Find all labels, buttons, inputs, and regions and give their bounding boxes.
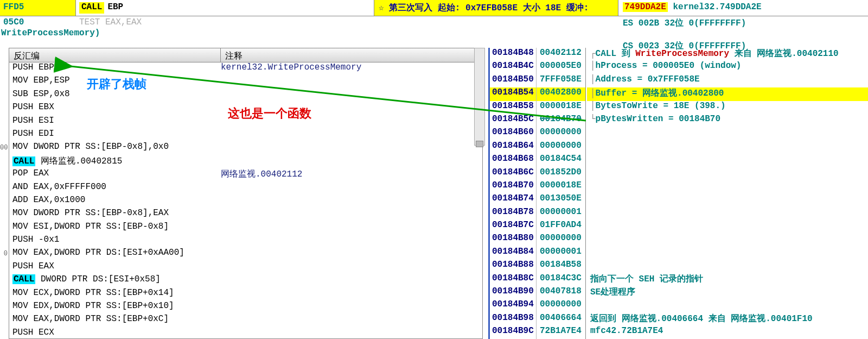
stack-row[interactable]: 00184B6C001852D0	[490, 167, 585, 180]
disasm-row[interactable]: PUSH ECX	[9, 328, 482, 338]
disasm-row[interactable]: PUSH EBPkernel32.WriteProcessMemory	[9, 62, 482, 76]
stack-address: 00184B6C	[490, 167, 537, 180]
param-row[interactable]	[587, 299, 868, 312]
param-row[interactable]: │BytesToWrite = 18E (398.)	[587, 101, 868, 114]
stack-row[interactable]: 00184B9000407818	[490, 286, 585, 299]
header-comment[interactable]: 注释	[221, 48, 482, 62]
param-row[interactable]	[587, 207, 868, 220]
disasm-instruction: PUSH EBX	[12, 102, 221, 115]
param-row[interactable]	[587, 167, 868, 180]
stack-row[interactable]: 00184B7800000001	[490, 207, 585, 220]
stack-value: 72B1A7E4	[537, 326, 585, 339]
disasm-row[interactable]: PUSH EAX	[9, 261, 482, 274]
stack-row[interactable]: 00184B8800184B58	[490, 260, 585, 273]
stack-value: 0000018E	[537, 180, 585, 193]
disasm-row[interactable]: MOV EBP,ESP	[9, 76, 482, 89]
es-register: ES 002B 32位 0(FFFFFFFF)	[618, 16, 868, 30]
gutter-mark	[0, 155, 9, 168]
param-row[interactable]: │hProcess = 000005E0 (window)	[587, 61, 868, 74]
disasm-row[interactable]: MOV ECX,DWORD PTR SS:[EBP+0x14]	[9, 288, 482, 301]
disasm-row[interactable]: MOV EAX,DWORD PTR DS:[ESI+0xAA00]	[9, 248, 482, 261]
params-panel[interactable]: ┌CALL 到 WriteProcessMemory 来自 网络监视.00402…	[587, 48, 868, 339]
stack-row[interactable]: 00184B580000018E	[490, 101, 585, 114]
status-label: 第三次写入 起始: 0x7EFB058E 大小 18E 缓冲:	[389, 3, 589, 13]
param-row[interactable]	[587, 233, 868, 246]
stack-row[interactable]: 00184B6400000000	[490, 141, 585, 154]
param-row[interactable]: ┌CALL 到 WriteProcessMemory 来自 网络监视.00402…	[587, 48, 868, 61]
param-row[interactable]: └pBytesWritten = 00184B70	[587, 114, 868, 127]
ebp-operand: EBP	[107, 2, 123, 14]
stack-value: 0013050E	[537, 193, 585, 206]
param-row[interactable]	[587, 141, 868, 154]
disasm-row[interactable]: CALL DWORD PTR DS:[ESI+0x58]	[9, 274, 482, 287]
stack-value: 000005E0	[537, 61, 585, 74]
stack-address: 00184B7C	[490, 220, 537, 233]
param-row[interactable]	[587, 220, 868, 233]
param-row[interactable]: mfc42.72B1A7E4	[587, 326, 868, 339]
param-row[interactable]: │Address = 0x7FFF058E	[587, 74, 868, 87]
disasm-comment: kernel32.WriteProcessMemory	[221, 62, 361, 76]
param-row[interactable]: SE处理程序	[587, 286, 868, 299]
stack-row[interactable]: 00184B8400000001	[490, 247, 585, 260]
stack-row[interactable]: 00184B8000000000	[490, 233, 585, 246]
disasm-row[interactable]: MOV DWORD PTR SS:[EBP-0x8],0x0	[9, 142, 482, 155]
stack-value: 01FF0AD4	[537, 220, 585, 233]
stack-value: 00000000	[537, 127, 585, 140]
param-row[interactable]: 返回到 网络监视.00406664 来自 网络监视.00401F10	[587, 313, 868, 326]
param-row[interactable]	[587, 247, 868, 260]
disasm-row[interactable]: MOV EDX,DWORD PTR SS:[EBP+0x10]	[9, 301, 482, 314]
disasm-row[interactable]: MOV EAX,DWORD PTR SS:[EBP+0xC]	[9, 314, 482, 327]
gutter-mark	[0, 102, 9, 115]
stack-value: 00184B70	[537, 114, 585, 127]
stack-row[interactable]: 00184B7C01FF0AD4	[490, 220, 585, 233]
stack-row[interactable]: 00184B5400402800	[490, 87, 585, 101]
stack-row[interactable]: 00184B5C00184B70	[490, 114, 585, 127]
disasm-row[interactable]: AND EAX,0xFFFFF000	[9, 182, 482, 195]
stack-address: 00184B4C	[490, 61, 537, 74]
disasm-row[interactable]: CALL 网络监视.00402815	[9, 155, 482, 168]
stack-row[interactable]: 00184B9C72B1A7E4	[490, 326, 585, 339]
disasm-row[interactable]: POP EAX网络监视.00402112	[9, 168, 482, 181]
scrollbar-thumb[interactable]	[476, 141, 483, 147]
disassembly-body[interactable]: PUSH EBPkernel32.WriteProcessMemoryMOV E…	[9, 62, 482, 338]
param-row[interactable]	[587, 193, 868, 206]
stack-row[interactable]: 00184B6000000000	[490, 127, 585, 140]
stack-row[interactable]: 00184B6800184C54	[490, 154, 585, 167]
param-row[interactable]	[587, 180, 868, 193]
disasm-instruction: AND EAX,0xFFFFF000	[12, 182, 221, 195]
param-row[interactable]: 指向下一个 SEH 记录的指针	[587, 273, 868, 286]
disasm-instruction: CALL DWORD PTR DS:[ESI+0x58]	[12, 274, 221, 287]
disasm-row[interactable]: PUSH -0x1	[9, 235, 482, 248]
header-disasm[interactable]: 反汇编	[9, 48, 221, 62]
row2-instr: TEST EAX,EAX	[76, 16, 374, 29]
disasm-row[interactable]: SUB ESP,0x8	[9, 89, 482, 102]
stack-row[interactable]: 00184B740013050E	[490, 193, 585, 206]
disasm-instruction: MOV DWORD PTR SS:[EBP-0x8],EAX	[12, 208, 221, 221]
disasm-row[interactable]: MOV DWORD PTR SS:[EBP-0x8],EAX	[9, 208, 482, 221]
param-row[interactable]	[587, 154, 868, 167]
param-row[interactable]	[587, 260, 868, 273]
disasm-row[interactable]: MOV ESI,DWORD PTR SS:[EBP-0x8]	[9, 222, 482, 235]
disasm-row[interactable]: PUSH EDI	[9, 129, 482, 142]
stack-address: 00184B84	[490, 247, 537, 260]
gutter-mark	[0, 168, 9, 181]
stack-row[interactable]: 00184B700000018E	[490, 180, 585, 193]
scrollbar[interactable]	[474, 48, 485, 146]
disassembly-header: 反汇编 注释	[9, 48, 482, 62]
disasm-row[interactable]: ADD EAX,0x1000	[9, 195, 482, 208]
stack-row[interactable]: 00184B9400000000	[490, 299, 585, 312]
param-row[interactable]	[587, 127, 868, 140]
stack-row[interactable]: 00184B8C00184C3C	[490, 273, 585, 286]
stack-row[interactable]: 00184B4C000005E0	[490, 61, 585, 74]
stack-row[interactable]: 00184B9800406664	[490, 313, 585, 326]
disasm-instruction: MOV EAX,DWORD PTR DS:[ESI+0xAA00]	[12, 248, 221, 261]
gutter-mark	[0, 181, 9, 194]
param-row[interactable]: │Buffer = 网络监视.00402800	[587, 87, 868, 101]
stack-row[interactable]: 00184B507FFF058E	[490, 74, 585, 87]
stack-row[interactable]: 00184B4800402112	[490, 48, 585, 61]
stack-value: 00184C3C	[537, 273, 585, 286]
stack-address: 00184B74	[490, 193, 537, 206]
stack-address: 00184B70	[490, 180, 537, 193]
disassembly-panel[interactable]: 反汇编 注释 PUSH EBPkernel32.WriteProcessMemo…	[9, 48, 483, 339]
stack-panel[interactable]: 00184B480040211200184B4C000005E000184B50…	[488, 48, 586, 339]
